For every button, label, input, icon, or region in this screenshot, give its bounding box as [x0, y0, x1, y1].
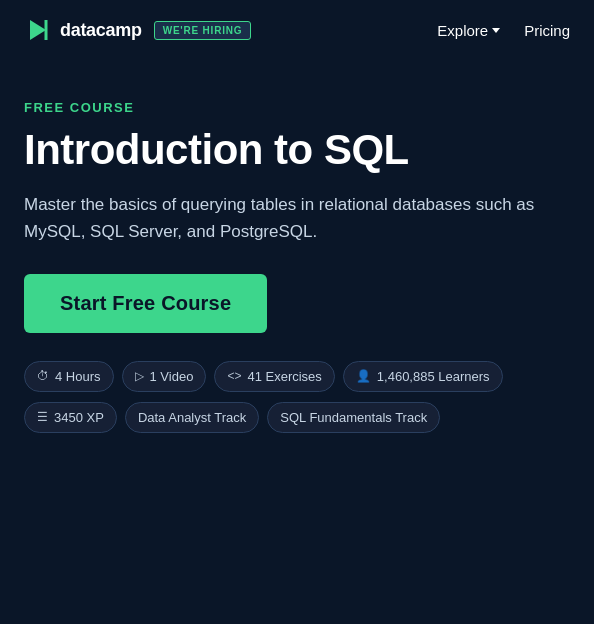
stat-exercises: <> 41 Exercises	[214, 361, 334, 392]
data-analyst-track-badge[interactable]: Data Analyst Track	[125, 402, 259, 433]
start-free-course-button[interactable]: Start Free Course	[24, 274, 267, 333]
explore-nav-link[interactable]: Explore	[437, 22, 500, 39]
free-course-label: FREE COURSE	[24, 100, 570, 115]
stat-hours-text: 4 Hours	[55, 369, 101, 384]
datacamp-logo-icon	[24, 16, 52, 44]
hiring-badge[interactable]: WE'RE HIRING	[154, 21, 252, 40]
stat-exercises-text: 41 Exercises	[247, 369, 321, 384]
stat-learners-text: 1,460,885 Learners	[377, 369, 490, 384]
explore-label: Explore	[437, 22, 488, 39]
sql-fundamentals-track-label: SQL Fundamentals Track	[280, 410, 427, 425]
xp-icon: ☰	[37, 410, 48, 424]
navbar-left: datacamp WE'RE HIRING	[24, 16, 251, 44]
logo-text: datacamp	[60, 20, 142, 41]
pricing-nav-link[interactable]: Pricing	[524, 22, 570, 39]
course-title: Introduction to SQL	[24, 127, 570, 173]
stat-video-text: 1 Video	[150, 369, 194, 384]
code-icon: <>	[227, 369, 241, 383]
navbar: datacamp WE'RE HIRING Explore Pricing	[0, 0, 594, 60]
clock-icon: ⏱	[37, 369, 49, 383]
course-description: Master the basics of querying tables in …	[24, 191, 570, 245]
hero-section: FREE COURSE Introduction to SQL Master t…	[0, 60, 594, 465]
play-icon: ▷	[135, 369, 144, 383]
svg-marker-0	[30, 20, 46, 40]
stats-container: ⏱ 4 Hours ▷ 1 Video <> 41 Exercises 👤 1,…	[24, 361, 570, 392]
stat-learners: 👤 1,460,885 Learners	[343, 361, 503, 392]
data-analyst-track-label: Data Analyst Track	[138, 410, 246, 425]
stat-video: ▷ 1 Video	[122, 361, 207, 392]
chevron-down-icon	[492, 28, 500, 33]
logo-container[interactable]: datacamp	[24, 16, 142, 44]
tracks-container: ☰ 3450 XP Data Analyst Track SQL Fundame…	[24, 402, 570, 433]
users-icon: 👤	[356, 369, 371, 383]
sql-fundamentals-track-badge[interactable]: SQL Fundamentals Track	[267, 402, 440, 433]
xp-text: 3450 XP	[54, 410, 104, 425]
stat-hours: ⏱ 4 Hours	[24, 361, 114, 392]
xp-badge: ☰ 3450 XP	[24, 402, 117, 433]
navbar-right: Explore Pricing	[437, 22, 570, 39]
